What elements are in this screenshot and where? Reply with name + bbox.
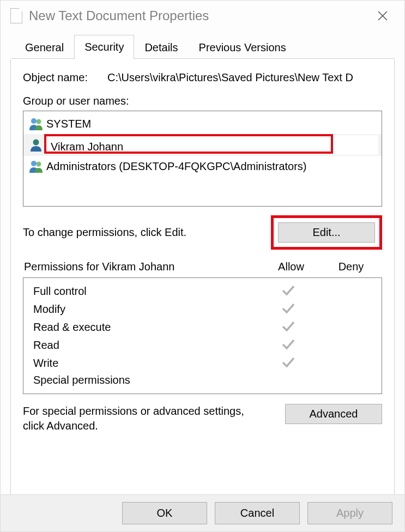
group-user-label: Group or user names: (23, 95, 382, 107)
tab-previous-versions[interactable]: Previous Versions (189, 35, 297, 59)
svg-point-5 (31, 161, 37, 166)
group-user-list[interactable]: SYSTEM Vikram Johann (23, 111, 382, 207)
permissions-for-label: Permissions for Vikram Johann (24, 261, 261, 273)
advanced-button[interactable]: Advanced (285, 404, 382, 424)
list-item[interactable]: Administrators (DESKTOP-4FQKGPC\Administ… (23, 156, 382, 177)
people-icon (28, 117, 44, 130)
security-tab-page: Object name: C:\Users\vikra\Pictures\Sav… (10, 59, 395, 495)
object-name-value: C:\Users\vikra\Pictures\Saved Pictures\N… (107, 71, 382, 84)
tab-details[interactable]: Details (134, 35, 188, 59)
title-bar: New Text Document Properties (1, 1, 404, 31)
list-item-label: Vikram Johann (51, 141, 123, 153)
tab-general[interactable]: General (15, 35, 74, 59)
tab-strip: General Security Details Previous Versio… (1, 31, 404, 59)
dialog-footer: OK Cancel Apply (1, 494, 404, 531)
checkmark-icon (281, 302, 295, 317)
highlight-edit-button: Edit... (271, 215, 382, 250)
tab-security[interactable]: Security (74, 35, 134, 59)
object-name-row: Object name: C:\Users\vikra\Pictures\Sav… (23, 71, 382, 84)
perm-row: Read & execute (25, 318, 380, 336)
perm-row: Special permissions (25, 372, 380, 388)
svg-point-3 (37, 119, 41, 124)
document-icon (10, 8, 22, 23)
person-icon (28, 138, 44, 152)
apply-button[interactable]: Apply (307, 502, 392, 524)
permissions-header: Permissions for Vikram Johann Allow Deny (23, 261, 382, 277)
permissions-table: Full control Modify Read & execute Read … (23, 277, 382, 394)
perm-allow (258, 320, 318, 335)
advanced-hint-text: For special permissions or advanced sett… (23, 404, 252, 433)
perm-allow (258, 338, 318, 353)
perm-row: Full control (25, 282, 380, 300)
deny-column-header: Deny (321, 261, 381, 273)
checkmark-icon (281, 320, 295, 335)
edit-button[interactable]: Edit... (278, 222, 375, 243)
perm-name: Read (27, 339, 258, 352)
cancel-button[interactable]: Cancel (215, 502, 300, 524)
window-title: New Text Document Properties (29, 8, 209, 23)
list-item[interactable]: Vikram Johann (23, 134, 382, 156)
perm-allow (258, 302, 318, 317)
svg-point-2 (31, 118, 37, 124)
list-item[interactable]: SYSTEM (23, 113, 382, 134)
close-button[interactable] (368, 3, 397, 28)
close-icon (378, 11, 388, 21)
perm-name: Write (27, 357, 258, 370)
checkmark-icon (281, 284, 295, 299)
list-item-label: Administrators (DESKTOP-4FQKGPC\Administ… (44, 158, 307, 174)
perm-name: Modify (27, 303, 258, 316)
perm-allow (258, 356, 318, 371)
checkmark-icon (281, 356, 295, 371)
people-icon (28, 160, 44, 173)
perm-name: Read & execute (27, 321, 258, 334)
edit-hint-text: To change permissions, click Edit. (23, 226, 186, 239)
perm-name: Full control (27, 285, 258, 298)
perm-allow (258, 284, 318, 299)
highlight-selected-user: Vikram Johann (44, 134, 333, 154)
perm-row: Write (25, 354, 380, 372)
allow-column-header: Allow (261, 261, 321, 273)
object-name-label: Object name: (23, 71, 107, 84)
ok-button[interactable]: OK (122, 502, 207, 524)
perm-name: Special permissions (27, 374, 258, 386)
perm-row: Read (25, 336, 380, 354)
checkmark-icon (281, 338, 295, 353)
perm-row: Modify (25, 300, 380, 318)
svg-point-4 (33, 140, 39, 146)
list-item-label: SYSTEM (44, 116, 91, 132)
svg-point-6 (37, 162, 41, 167)
